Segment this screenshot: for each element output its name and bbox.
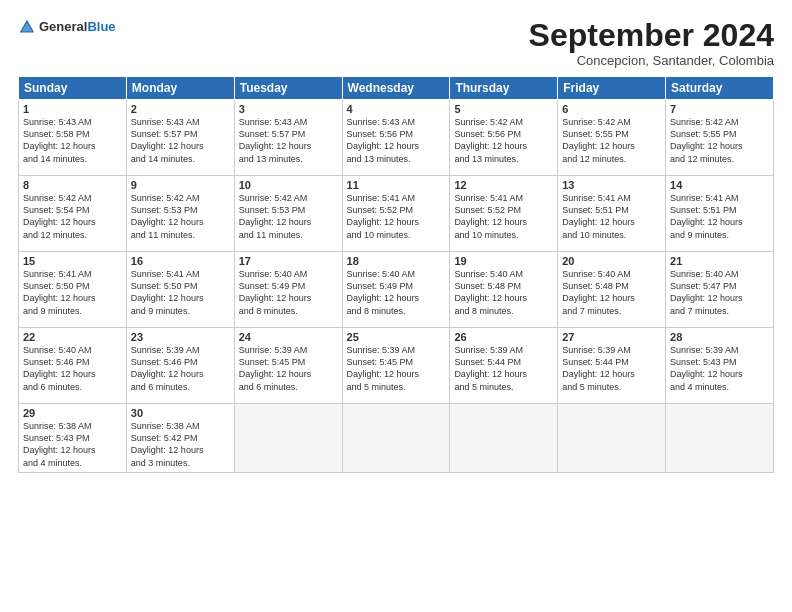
day-number: 14 [670,179,769,191]
day-number: 5 [454,103,553,115]
day-number: 20 [562,255,661,267]
day-number: 30 [131,407,230,419]
calendar-week-2: 8Sunrise: 5:42 AMSunset: 5:54 PMDaylight… [19,176,774,252]
day-info: Sunrise: 5:40 AMSunset: 5:49 PMDaylight:… [239,269,312,315]
day-info: Sunrise: 5:41 AMSunset: 5:50 PMDaylight:… [131,269,204,315]
day-info: Sunrise: 5:41 AMSunset: 5:50 PMDaylight:… [23,269,96,315]
table-row [342,404,450,473]
table-row: 28Sunrise: 5:39 AMSunset: 5:43 PMDayligh… [666,328,774,404]
table-row: 20Sunrise: 5:40 AMSunset: 5:48 PMDayligh… [558,252,666,328]
day-info: Sunrise: 5:39 AMSunset: 5:43 PMDaylight:… [670,345,743,391]
day-number: 19 [454,255,553,267]
calendar: SundayMondayTuesdayWednesdayThursdayFrid… [18,76,774,473]
logo-text: GeneralBlue [39,20,116,34]
table-row [666,404,774,473]
table-row: 17Sunrise: 5:40 AMSunset: 5:49 PMDayligh… [234,252,342,328]
day-info: Sunrise: 5:39 AMSunset: 5:45 PMDaylight:… [239,345,312,391]
day-number: 1 [23,103,122,115]
day-info: Sunrise: 5:42 AMSunset: 5:56 PMDaylight:… [454,117,527,163]
day-info: Sunrise: 5:43 AMSunset: 5:57 PMDaylight:… [239,117,312,163]
day-number: 17 [239,255,338,267]
day-info: Sunrise: 5:42 AMSunset: 5:54 PMDaylight:… [23,193,96,239]
day-info: Sunrise: 5:39 AMSunset: 5:44 PMDaylight:… [454,345,527,391]
table-row: 30Sunrise: 5:38 AMSunset: 5:42 PMDayligh… [126,404,234,473]
weekday-header-saturday: Saturday [666,77,774,100]
table-row [234,404,342,473]
day-number: 2 [131,103,230,115]
table-row: 6Sunrise: 5:42 AMSunset: 5:55 PMDaylight… [558,100,666,176]
logo-icon [18,18,36,36]
logo: GeneralBlue [18,18,116,36]
weekday-header-thursday: Thursday [450,77,558,100]
day-number: 27 [562,331,661,343]
day-info: Sunrise: 5:38 AMSunset: 5:43 PMDaylight:… [23,421,96,467]
table-row: 1Sunrise: 5:43 AMSunset: 5:58 PMDaylight… [19,100,127,176]
table-row: 4Sunrise: 5:43 AMSunset: 5:56 PMDaylight… [342,100,450,176]
day-info: Sunrise: 5:42 AMSunset: 5:55 PMDaylight:… [562,117,635,163]
day-info: Sunrise: 5:39 AMSunset: 5:45 PMDaylight:… [347,345,420,391]
weekday-header-sunday: Sunday [19,77,127,100]
table-row: 19Sunrise: 5:40 AMSunset: 5:48 PMDayligh… [450,252,558,328]
table-row: 18Sunrise: 5:40 AMSunset: 5:49 PMDayligh… [342,252,450,328]
day-number: 22 [23,331,122,343]
day-number: 16 [131,255,230,267]
weekday-header-row: SundayMondayTuesdayWednesdayThursdayFrid… [19,77,774,100]
day-number: 6 [562,103,661,115]
day-number: 7 [670,103,769,115]
day-info: Sunrise: 5:41 AMSunset: 5:52 PMDaylight:… [347,193,420,239]
day-info: Sunrise: 5:42 AMSunset: 5:53 PMDaylight:… [131,193,204,239]
day-info: Sunrise: 5:42 AMSunset: 5:55 PMDaylight:… [670,117,743,163]
day-info: Sunrise: 5:39 AMSunset: 5:44 PMDaylight:… [562,345,635,391]
table-row: 16Sunrise: 5:41 AMSunset: 5:50 PMDayligh… [126,252,234,328]
day-number: 25 [347,331,446,343]
table-row: 15Sunrise: 5:41 AMSunset: 5:50 PMDayligh… [19,252,127,328]
day-number: 10 [239,179,338,191]
table-row: 5Sunrise: 5:42 AMSunset: 5:56 PMDaylight… [450,100,558,176]
day-info: Sunrise: 5:39 AMSunset: 5:46 PMDaylight:… [131,345,204,391]
calendar-week-5: 29Sunrise: 5:38 AMSunset: 5:43 PMDayligh… [19,404,774,473]
table-row: 7Sunrise: 5:42 AMSunset: 5:55 PMDaylight… [666,100,774,176]
day-info: Sunrise: 5:38 AMSunset: 5:42 PMDaylight:… [131,421,204,467]
day-info: Sunrise: 5:42 AMSunset: 5:53 PMDaylight:… [239,193,312,239]
day-info: Sunrise: 5:41 AMSunset: 5:51 PMDaylight:… [670,193,743,239]
day-number: 12 [454,179,553,191]
table-row: 14Sunrise: 5:41 AMSunset: 5:51 PMDayligh… [666,176,774,252]
table-row: 21Sunrise: 5:40 AMSunset: 5:47 PMDayligh… [666,252,774,328]
header: GeneralBlue September 2024 Concepcion, S… [18,18,774,68]
day-info: Sunrise: 5:40 AMSunset: 5:48 PMDaylight:… [562,269,635,315]
table-row: 26Sunrise: 5:39 AMSunset: 5:44 PMDayligh… [450,328,558,404]
calendar-week-1: 1Sunrise: 5:43 AMSunset: 5:58 PMDaylight… [19,100,774,176]
table-row [558,404,666,473]
table-row: 9Sunrise: 5:42 AMSunset: 5:53 PMDaylight… [126,176,234,252]
day-number: 9 [131,179,230,191]
page: GeneralBlue September 2024 Concepcion, S… [0,0,792,612]
table-row: 12Sunrise: 5:41 AMSunset: 5:52 PMDayligh… [450,176,558,252]
table-row: 23Sunrise: 5:39 AMSunset: 5:46 PMDayligh… [126,328,234,404]
weekday-header-wednesday: Wednesday [342,77,450,100]
table-row: 8Sunrise: 5:42 AMSunset: 5:54 PMDaylight… [19,176,127,252]
day-info: Sunrise: 5:40 AMSunset: 5:49 PMDaylight:… [347,269,420,315]
month-title: September 2024 [529,18,774,53]
weekday-header-tuesday: Tuesday [234,77,342,100]
table-row: 22Sunrise: 5:40 AMSunset: 5:46 PMDayligh… [19,328,127,404]
table-row [450,404,558,473]
calendar-week-3: 15Sunrise: 5:41 AMSunset: 5:50 PMDayligh… [19,252,774,328]
day-number: 28 [670,331,769,343]
calendar-week-4: 22Sunrise: 5:40 AMSunset: 5:46 PMDayligh… [19,328,774,404]
day-number: 3 [239,103,338,115]
table-row: 13Sunrise: 5:41 AMSunset: 5:51 PMDayligh… [558,176,666,252]
table-row: 3Sunrise: 5:43 AMSunset: 5:57 PMDaylight… [234,100,342,176]
day-info: Sunrise: 5:43 AMSunset: 5:56 PMDaylight:… [347,117,420,163]
day-number: 18 [347,255,446,267]
day-info: Sunrise: 5:41 AMSunset: 5:52 PMDaylight:… [454,193,527,239]
table-row: 11Sunrise: 5:41 AMSunset: 5:52 PMDayligh… [342,176,450,252]
day-number: 11 [347,179,446,191]
weekday-header-friday: Friday [558,77,666,100]
table-row: 27Sunrise: 5:39 AMSunset: 5:44 PMDayligh… [558,328,666,404]
day-number: 13 [562,179,661,191]
day-info: Sunrise: 5:43 AMSunset: 5:57 PMDaylight:… [131,117,204,163]
day-info: Sunrise: 5:41 AMSunset: 5:51 PMDaylight:… [562,193,635,239]
day-number: 23 [131,331,230,343]
day-number: 15 [23,255,122,267]
logo-general: General [39,19,87,34]
